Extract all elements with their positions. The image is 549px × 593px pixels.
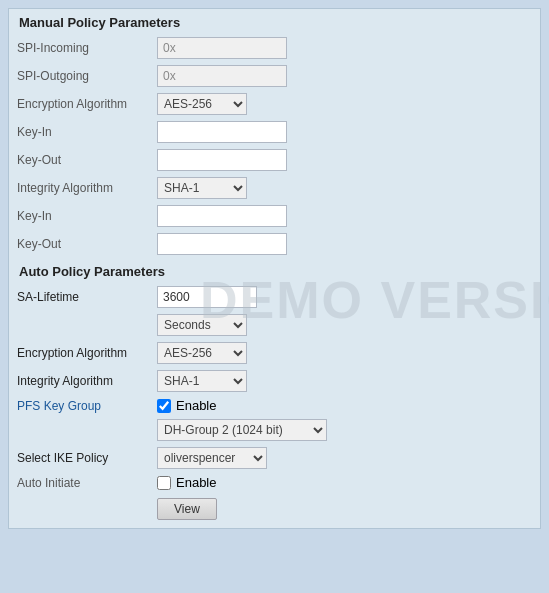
- manual-integrity-select[interactable]: SHA-1 MD5 SHA-256: [157, 177, 247, 199]
- pfs-enable-label: Enable: [176, 398, 216, 413]
- manual-key-out-label-1: Key-Out: [9, 146, 149, 174]
- sa-lifetime-input[interactable]: [157, 286, 257, 308]
- pfs-key-group-label: PFS Key Group: [9, 395, 149, 416]
- seconds-select[interactable]: Seconds Minutes Hours: [157, 314, 247, 336]
- seconds-spacer: [9, 311, 149, 339]
- select-ike-label: Select IKE Policy: [9, 444, 149, 472]
- auto-integrity-select[interactable]: SHA-1 MD5 SHA-256: [157, 370, 247, 392]
- manual-key-in-label-1: Key-In: [9, 118, 149, 146]
- dh-group-spacer: [9, 416, 149, 444]
- auto-initiate-enable-label: Enable: [176, 475, 216, 490]
- auto-initiate-checkbox[interactable]: [157, 476, 171, 490]
- view-button[interactable]: View: [157, 498, 217, 520]
- spi-outgoing-input[interactable]: [157, 65, 287, 87]
- dh-group-select[interactable]: DH-Group 2 (1024 bit) DH-Group 1 (768 bi…: [157, 419, 327, 441]
- select-ike-select[interactable]: oliverspencer default: [157, 447, 267, 469]
- view-spacer: [9, 493, 149, 528]
- manual-key-in-label-2: Key-In: [9, 202, 149, 230]
- spi-incoming-input[interactable]: [157, 37, 287, 59]
- manual-key-out-input-1[interactable]: [157, 149, 287, 171]
- auto-integrity-label: Integrity Algorithm: [9, 367, 149, 395]
- manual-integrity-label: Integrity Algorithm: [9, 174, 149, 202]
- manual-key-in-input-2[interactable]: [157, 205, 287, 227]
- auto-encryption-select[interactable]: AES-256 AES-128 3DES DES: [157, 342, 247, 364]
- manual-policy-header: Manual Policy Parameters: [9, 9, 540, 34]
- auto-policy-header: Auto Policy Parameters: [9, 258, 540, 283]
- spi-outgoing-label: SPI-Outgoing: [9, 62, 149, 90]
- manual-key-out-label-2: Key-Out: [9, 230, 149, 258]
- manual-encryption-select[interactable]: AES-256 AES-128 3DES DES: [157, 93, 247, 115]
- auto-initiate-label: Auto Initiate: [9, 472, 149, 493]
- auto-encryption-label: Encryption Algorithm: [9, 339, 149, 367]
- manual-encryption-label: Encryption Algorithm: [9, 90, 149, 118]
- pfs-enable-checkbox[interactable]: [157, 399, 171, 413]
- spi-incoming-label: SPI-Incoming: [9, 34, 149, 62]
- manual-key-out-input-2[interactable]: [157, 233, 287, 255]
- sa-lifetime-label: SA-Lifetime: [9, 283, 149, 311]
- manual-key-in-input-1[interactable]: [157, 121, 287, 143]
